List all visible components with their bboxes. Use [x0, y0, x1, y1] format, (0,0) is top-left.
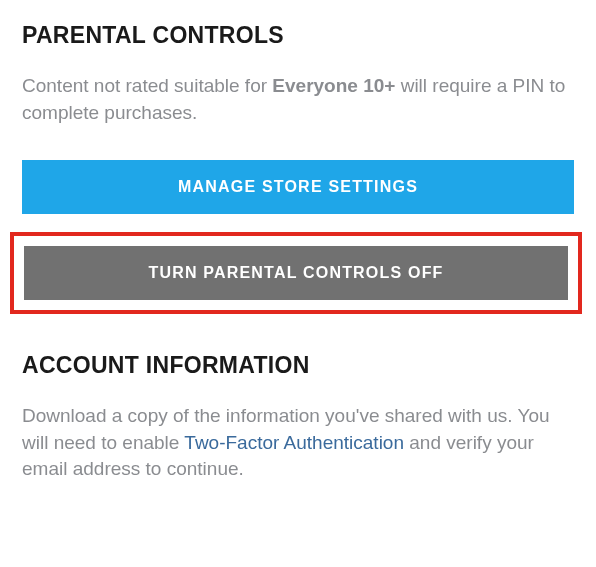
turn-parental-controls-off-button[interactable]: TURN PARENTAL CONTROLS OFF: [24, 246, 568, 300]
highlight-box: TURN PARENTAL CONTROLS OFF: [10, 232, 582, 314]
parental-desc-prefix: Content not rated suitable for: [22, 75, 272, 96]
manage-store-settings-button[interactable]: MANAGE STORE SETTINGS: [22, 160, 574, 214]
parental-controls-heading: PARENTAL CONTROLS: [22, 22, 574, 49]
parental-desc-rating: Everyone 10+: [272, 75, 395, 96]
parental-controls-description: Content not rated suitable for Everyone …: [22, 73, 574, 126]
two-factor-authentication-link[interactable]: Two-Factor Authentication: [184, 432, 404, 453]
account-information-description: Download a copy of the information you'v…: [22, 403, 574, 483]
account-information-heading: ACCOUNT INFORMATION: [22, 352, 574, 379]
